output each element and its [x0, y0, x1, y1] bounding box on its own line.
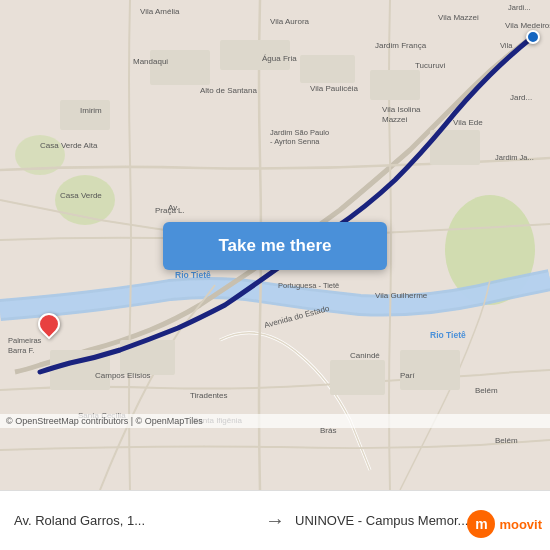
moovit-icon: m [467, 510, 495, 538]
bottom-bar: Av. Roland Garros, 1... → UNINOVE - Camp… [0, 490, 550, 550]
svg-text:Barra F.: Barra F. [8, 346, 34, 355]
svg-text:Jardim São Paulo: Jardim São Paulo [270, 128, 329, 137]
svg-text:Imirim: Imirim [80, 106, 102, 115]
svg-rect-12 [330, 360, 385, 395]
svg-text:Belém: Belém [475, 386, 498, 395]
svg-text:Vila Mazzei: Vila Mazzei [438, 13, 479, 22]
pin-marker [33, 308, 64, 339]
svg-text:Casa Verde Alta: Casa Verde Alta [40, 141, 98, 150]
moovit-text: moovit [499, 517, 542, 532]
svg-text:Mazzei: Mazzei [382, 115, 408, 124]
map-area: Vila Amélia Vila Aurora Vila Mazzei Mand… [0, 0, 550, 490]
svg-text:Jardi...: Jardi... [508, 3, 531, 12]
svg-text:Vila Amélia: Vila Amélia [140, 7, 180, 16]
svg-text:Casa Verde: Casa Verde [60, 191, 102, 200]
svg-text:Vila: Vila [500, 41, 513, 50]
svg-text:- Ayrton Senna: - Ayrton Senna [270, 137, 320, 146]
origin-info: Av. Roland Garros, 1... [8, 513, 261, 528]
svg-text:Av.: Av. [168, 203, 179, 212]
svg-rect-4 [150, 50, 210, 85]
svg-text:Alto de Santana: Alto de Santana [200, 86, 257, 95]
svg-rect-6 [300, 55, 355, 83]
destination-dot [526, 30, 540, 44]
svg-text:Jardim Ja...: Jardim Ja... [495, 153, 534, 162]
svg-text:Canindé: Canindé [350, 351, 380, 360]
svg-text:Jardim França: Jardim França [375, 41, 427, 50]
svg-text:Vila Paulicéia: Vila Paulicéia [310, 84, 358, 93]
svg-text:Vila Medeiros: Vila Medeiros [505, 21, 550, 30]
svg-text:Mandaqui: Mandaqui [133, 57, 168, 66]
svg-text:Vila Guilherme: Vila Guilherme [375, 291, 428, 300]
svg-text:Palmeiras: Palmeiras [8, 336, 42, 345]
map-attribution: © OpenStreetMap contributors | © OpenMap… [0, 414, 550, 428]
svg-text:Água Fria: Água Fria [262, 54, 297, 63]
direction-arrow: → [261, 509, 289, 532]
svg-rect-7 [60, 100, 110, 130]
svg-text:Portuguesa - Tietê: Portuguesa - Tietê [278, 281, 339, 290]
svg-text:Vila Isolina: Vila Isolina [382, 105, 421, 114]
svg-text:Tiradentes: Tiradentes [190, 391, 228, 400]
origin-pin [38, 313, 60, 335]
origin-address: Av. Roland Garros, 1... [14, 513, 255, 528]
svg-rect-13 [400, 350, 460, 390]
svg-text:Tucuruvi: Tucuruvi [415, 61, 446, 70]
svg-text:Rio Tietê: Rio Tietê [175, 270, 211, 280]
svg-text:Vila Ede: Vila Ede [453, 118, 483, 127]
svg-text:Campos Elísios: Campos Elísios [95, 371, 151, 380]
svg-text:Jard...: Jard... [510, 93, 532, 102]
svg-rect-8 [370, 70, 420, 100]
moovit-logo: m moovit [467, 510, 542, 538]
svg-text:Belém: Belém [495, 436, 518, 445]
svg-text:Rio Tietê: Rio Tietê [430, 330, 466, 340]
svg-text:Parí: Parí [400, 371, 415, 380]
app-container: Vila Amélia Vila Aurora Vila Mazzei Mand… [0, 0, 550, 550]
svg-text:Vila Aurora: Vila Aurora [270, 17, 310, 26]
take-me-there-button[interactable]: Take me there [163, 222, 387, 270]
